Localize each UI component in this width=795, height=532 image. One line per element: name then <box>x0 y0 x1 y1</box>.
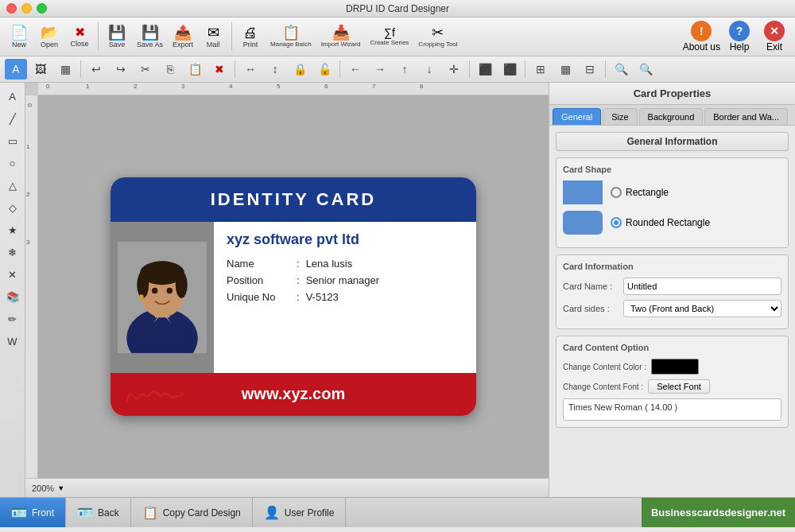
import-wizard-icon: 📥 <box>332 25 350 40</box>
exit-icon: ✕ <box>764 21 785 41</box>
help-icon: ? <box>729 21 750 41</box>
word-tool[interactable]: W <box>2 331 23 351</box>
about-button[interactable]: ! About us <box>683 21 720 52</box>
cropping-tool-button[interactable]: ✂ Cropping Tool <box>414 24 461 49</box>
text-tool[interactable]: A <box>2 86 23 107</box>
tb2-sep-6 <box>605 60 606 78</box>
zoom-out-btn[interactable]: 🔍 <box>634 59 657 80</box>
card-name-input[interactable] <box>623 278 781 295</box>
card-info-title: Card Information <box>563 262 781 271</box>
tab-size[interactable]: Size <box>603 108 637 125</box>
move-btn[interactable]: ✛ <box>443 59 465 80</box>
export-button[interactable]: 📤 Export <box>169 24 197 50</box>
save-button[interactable]: 💾 Save <box>103 24 131 50</box>
tab-general[interactable]: General <box>553 108 601 125</box>
help-button[interactable]: ? Help <box>723 21 755 52</box>
pencil-tool[interactable]: ✏ <box>2 309 23 329</box>
aspect-btn[interactable]: ⊟ <box>579 59 601 80</box>
triangle-tool[interactable]: △ <box>2 175 23 196</box>
grid-btn[interactable]: ⊞ <box>529 59 552 80</box>
rectangle-preview <box>563 181 603 204</box>
tab-border[interactable]: Border and Wa... <box>704 108 788 125</box>
open-button[interactable]: 📂 Open <box>35 24 64 50</box>
grid2-btn[interactable]: ▦ <box>554 59 576 80</box>
align-right-btn[interactable]: ⬛ <box>498 59 521 80</box>
card-content-title: Card Content Option <box>563 343 781 352</box>
unique-row: Unique No : V-5123 <box>227 291 463 303</box>
zoom-arrow-btn[interactable]: ▼ <box>57 484 64 492</box>
ellipse-tool[interactable]: ○ <box>2 153 23 173</box>
minimize-traffic-light[interactable] <box>21 3 32 14</box>
lock-btn[interactable]: 🔒 <box>289 59 311 80</box>
undo-btn[interactable]: ↩ <box>85 59 107 80</box>
delete-btn[interactable]: ✖ <box>208 59 231 80</box>
id-card[interactable]: IDENTITY CARD <box>111 177 476 416</box>
save-icon: 💾 <box>108 25 126 40</box>
mail-button[interactable]: ✉ Mail <box>199 24 227 50</box>
toolbar-right: ! About us ? Help ✕ Exit <box>683 21 790 52</box>
rect-tool[interactable]: ▭ <box>2 130 23 151</box>
diamond-tool[interactable]: ◇ <box>2 197 23 218</box>
paste-btn[interactable]: 📋 <box>184 59 206 80</box>
import-wizard-button[interactable]: 📥 Import Wizard <box>317 24 365 49</box>
rounded-radio[interactable] <box>611 217 622 228</box>
manage-batch-button[interactable]: 📋 Manage Batch <box>266 24 316 49</box>
canvas-workspace[interactable]: IDENTITY CARD <box>38 95 549 497</box>
image-tool-btn[interactable]: 🖼 <box>29 59 52 80</box>
save-as-button[interactable]: 💾 Save As <box>133 24 167 50</box>
align-left-btn[interactable]: ⬛ <box>474 59 496 80</box>
rounded-label[interactable]: Rounded Rectangle <box>611 217 710 228</box>
line-tool[interactable]: ╱ <box>2 108 23 129</box>
rectangle-radio[interactable] <box>611 187 622 198</box>
text-tool-btn[interactable]: A <box>5 59 27 80</box>
about-icon: ! <box>691 21 712 41</box>
close-traffic-light[interactable] <box>6 3 17 14</box>
unique-label: Unique No <box>227 291 290 303</box>
position-colon: : <box>297 274 300 286</box>
zoom-in-btn[interactable]: 🔍 <box>610 59 632 80</box>
star-tool[interactable]: ★ <box>2 219 23 240</box>
print-button[interactable]: 🖨 Print <box>236 24 265 50</box>
card-name-label: Card Name : <box>563 282 619 291</box>
arrow-up-btn[interactable]: ↑ <box>394 59 416 80</box>
unique-value: V-5123 <box>306 291 339 303</box>
card-title-text: IDENTITY CARD <box>211 189 377 210</box>
back-button[interactable]: 🪪 Back <box>66 498 131 527</box>
card-sides-select[interactable]: Two (Front and Back) <box>623 300 781 317</box>
flip-v-btn[interactable]: ↕ <box>264 59 286 80</box>
close-button[interactable]: ✖ Close <box>65 25 94 49</box>
book-tool[interactable]: 📚 <box>2 286 23 307</box>
arrow-left-btn[interactable]: ← <box>344 59 366 80</box>
cross-tool[interactable]: ✕ <box>2 264 23 285</box>
maximize-traffic-light[interactable] <box>37 3 47 14</box>
rounded-rectangle-option: Rounded Rectangle <box>563 211 781 235</box>
rectangle-label[interactable]: Rectangle <box>611 187 669 198</box>
create-series-button[interactable]: ∑f Create Series <box>366 25 413 48</box>
snowflake-tool[interactable]: ❄ <box>2 242 23 262</box>
front-button[interactable]: 🪪 Front <box>0 498 66 527</box>
tab-background[interactable]: Background <box>639 108 704 125</box>
name-colon: : <box>297 258 300 270</box>
main-content: A ╱ ▭ ○ △ ◇ ★ ❄ ✕ 📚 ✏ W 0 1 2 3 4 5 6 7 … <box>0 83 795 497</box>
arrow-down-btn[interactable]: ↓ <box>418 59 440 80</box>
bottom-bar: 🪪 Front 🪪 Back 📋 Copy Card Design 👤 User… <box>0 497 795 527</box>
color-picker-box[interactable] <box>651 359 699 375</box>
font-row: Change Content Font : Select Font <box>563 379 781 394</box>
exit-button[interactable]: ✕ Exit <box>758 21 790 52</box>
left-toolbox: A ╱ ▭ ○ △ ◇ ★ ❄ ✕ 📚 ✏ W <box>0 83 25 497</box>
card-info-section: Card Information Card Name : Card sides … <box>556 254 789 329</box>
select-font-button[interactable]: Select Font <box>648 379 710 394</box>
unlock-btn[interactable]: 🔓 <box>313 59 335 80</box>
user-profile-button[interactable]: 👤 User Profile <box>253 498 347 527</box>
arrow-right-btn[interactable]: → <box>369 59 391 80</box>
cut-btn[interactable]: ✂ <box>134 59 157 80</box>
flip-h-btn[interactable]: ↔ <box>239 59 262 80</box>
copy-card-design-button[interactable]: 📋 Copy Card Design <box>131 498 253 527</box>
barcode-tool-btn[interactable]: ▦ <box>54 59 76 80</box>
copy-btn[interactable]: ⎘ <box>159 59 181 80</box>
copy-icon: 📋 <box>142 505 158 520</box>
redo-btn[interactable]: ↪ <box>110 59 132 80</box>
new-button[interactable]: 📄 New <box>5 24 33 50</box>
general-info-header: General Information <box>556 132 789 151</box>
ruler-vertical: 0 1 2 3 <box>25 95 38 497</box>
